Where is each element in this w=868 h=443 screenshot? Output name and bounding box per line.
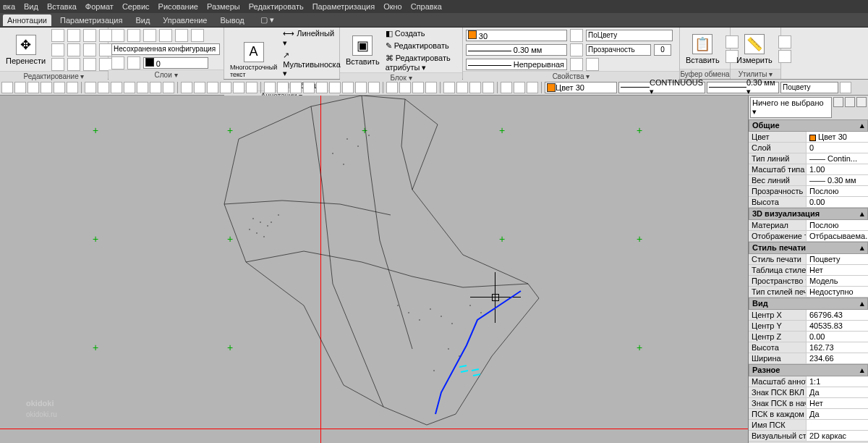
tool-icon[interactable]: [412, 82, 424, 93]
tool-icon[interactable]: [54, 82, 65, 93]
tool-icon[interactable]: [277, 82, 289, 93]
menu-item[interactable]: вка: [3, 2, 15, 11]
prop-value[interactable]: [807, 420, 868, 430]
menu-item[interactable]: Вид: [24, 2, 38, 11]
props-section-header[interactable]: Разное▴: [749, 364, 868, 376]
props-row[interactable]: Ширина234.66: [749, 353, 868, 364]
tool-icon[interactable]: [482, 82, 494, 93]
tool-icon[interactable]: [163, 82, 174, 93]
props-row[interactable]: Центр X66796.43: [749, 310, 868, 321]
plotstyle-combo[interactable]: ПоЦвету: [586, 30, 673, 41]
props-row[interactable]: Слой0: [749, 143, 868, 153]
tool-icon[interactable]: [399, 82, 411, 93]
tool-icon[interactable]: [527, 82, 538, 93]
tool-icon[interactable]: [443, 82, 455, 93]
prop-value[interactable]: Послою: [807, 220, 868, 230]
edit-attrs-button[interactable]: ⌘ Редактировать атрибуты ▾: [386, 54, 459, 72]
layer-combo[interactable]: 0: [143, 57, 208, 69]
tool-icon[interactable]: [329, 82, 341, 93]
props-row[interactable]: ПрозрачностьПослою: [749, 186, 868, 197]
props-section-header[interactable]: Стиль печати▴: [749, 242, 868, 254]
tool-icon[interactable]: [586, 58, 599, 71]
tool-icon[interactable]: [386, 82, 398, 93]
menu-item[interactable]: Справка: [411, 2, 442, 11]
linetype-combo[interactable]: Непрерывная: [466, 59, 567, 70]
mtext-button[interactable]: A Многострочный текст: [227, 41, 280, 80]
props-row[interactable]: Имя ПСК: [749, 420, 868, 431]
tool-icon[interactable]: [127, 56, 140, 69]
tool-icon[interactable]: [137, 82, 148, 93]
tool-icon[interactable]: [840, 82, 851, 93]
tab-annotations[interactable]: Аннотации: [3, 14, 51, 26]
tab-view[interactable]: Вид: [131, 14, 154, 26]
tool-icon[interactable]: [570, 58, 583, 71]
tool-icon[interactable]: [85, 82, 96, 93]
tool-icon[interactable]: [98, 82, 109, 93]
props-row[interactable]: ЦветЦвет 30: [749, 132, 868, 143]
insert-block-button[interactable]: ▣ Вставить: [343, 34, 383, 67]
prop-value[interactable]: Нет: [807, 398, 868, 408]
props-row[interactable]: Масштаб типа л...1.00: [749, 164, 868, 175]
props-row[interactable]: Высота162.73: [749, 342, 868, 353]
prop-value[interactable]: —— 0.30 мм: [807, 175, 868, 185]
tool-icon[interactable]: [1, 82, 13, 93]
prop-value[interactable]: Цвет 30: [807, 132, 868, 142]
selection-combo[interactable]: Ничего не выбрано ▾: [750, 97, 832, 118]
menu-item[interactable]: Параметризация: [312, 2, 375, 11]
create-block-button[interactable]: ◧ Создать: [386, 29, 459, 38]
props-row[interactable]: Визуальный стиль2D каркас: [749, 431, 868, 442]
tool-icon[interactable]: [67, 82, 78, 93]
tool-icon[interactable]: [342, 82, 354, 93]
props-row[interactable]: МатериалПослою: [749, 220, 868, 231]
tool-icon[interactable]: [14, 82, 26, 93]
prop-value[interactable]: Да: [807, 387, 868, 397]
transparency-value[interactable]: 0: [654, 44, 671, 56]
tool-icon[interactable]: [501, 82, 512, 93]
props-row[interactable]: Центр Y40535.83: [749, 321, 868, 332]
prop-value[interactable]: 66796.43: [807, 310, 868, 320]
toggle-pickadd-icon[interactable]: [833, 97, 843, 107]
properties-icon[interactable]: [856, 97, 867, 107]
tool-icon[interactable]: [191, 29, 204, 42]
props-section-header[interactable]: 3D визуализация▴: [749, 208, 868, 220]
props-row[interactable]: Высота0.00: [749, 197, 868, 208]
prop-value[interactable]: 0.00: [807, 332, 868, 342]
tool-icon[interactable]: [264, 82, 276, 93]
menu-item[interactable]: Формат: [85, 2, 114, 11]
tool-icon[interactable]: [150, 82, 161, 93]
tool-icon[interactable]: [469, 82, 481, 93]
props-row[interactable]: Вес линий—— 0.30 мм: [749, 175, 868, 186]
tab-expand-icon[interactable]: ▢ ▾: [256, 14, 278, 26]
prop-value[interactable]: 0: [807, 143, 868, 153]
edit-block-button[interactable]: ✎ Редактировать: [386, 41, 459, 51]
prop-value[interactable]: 234.66: [807, 353, 868, 363]
tool-icon[interactable]: [111, 82, 122, 93]
tool-icon[interactable]: [159, 29, 172, 42]
prop-value[interactable]: 2D каркас: [807, 431, 868, 441]
menu-item[interactable]: Рисование: [158, 2, 198, 11]
props-row[interactable]: Отображение те...Отбрасываема...: [749, 231, 868, 242]
tool-icon[interactable]: [233, 82, 244, 93]
prop-value[interactable]: 0.00: [807, 197, 868, 207]
props-row[interactable]: Центр Z0.00: [749, 332, 868, 342]
tool-icon[interactable]: [124, 82, 135, 93]
menu-item[interactable]: Размеры: [207, 2, 240, 11]
tool-icon[interactable]: [83, 29, 96, 42]
tab-manage[interactable]: Управление: [158, 14, 211, 26]
props-row[interactable]: Стиль печатиПоцвету: [749, 254, 868, 265]
prop-value[interactable]: Да: [807, 409, 868, 419]
props-row[interactable]: Тип линий—— Contin...: [749, 153, 868, 164]
move-button[interactable]: ✥ Перенести: [3, 33, 48, 67]
match-props-icon[interactable]: [570, 29, 583, 42]
layer-config-combo[interactable]: Несохраненная конфигурация сл: [111, 43, 220, 55]
tool-icon[interactable]: [111, 29, 124, 42]
tool-icon[interactable]: [127, 29, 140, 42]
color-combo[interactable]: 30: [466, 30, 567, 41]
tool-icon[interactable]: [51, 58, 64, 71]
tool-icon[interactable]: [456, 82, 468, 93]
list-icon[interactable]: [570, 43, 583, 56]
tool-icon[interactable]: [290, 82, 302, 93]
tool-icon[interactable]: [83, 58, 96, 71]
color-combo-toolbar[interactable]: Цвет 30: [545, 82, 617, 93]
linetype-combo-toolbar[interactable]: CONTINUOUS ▾: [618, 82, 705, 93]
